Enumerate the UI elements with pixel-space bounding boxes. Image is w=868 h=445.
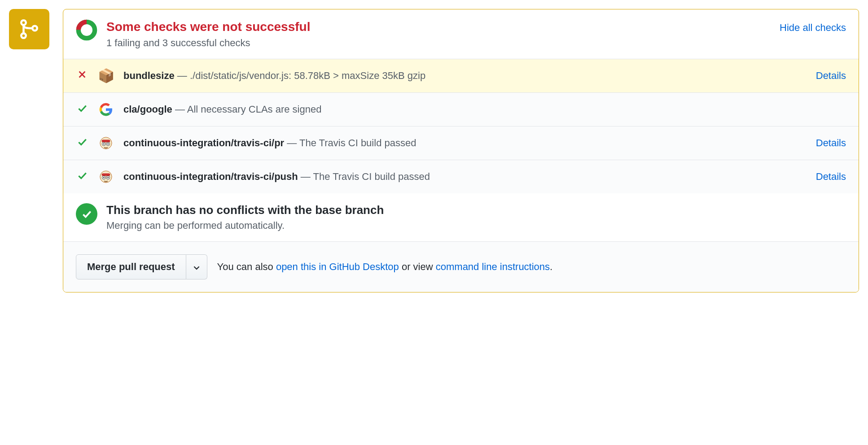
travis-icon <box>98 135 114 151</box>
checks-header: Some checks were not successful 1 failin… <box>63 9 859 59</box>
caret-down-icon <box>193 266 200 270</box>
merge-button[interactable]: Merge pull request <box>76 254 186 279</box>
merge-title: This branch has no conflicts with the ba… <box>106 203 384 217</box>
svg-point-13 <box>100 170 112 182</box>
check-status <box>76 70 88 82</box>
svg-point-1 <box>21 33 26 38</box>
check-text: bundlesize — ./dist/static/js/vendor.js:… <box>123 70 806 82</box>
google-icon <box>98 102 114 117</box>
git-merge-icon <box>18 18 40 40</box>
svg-point-0 <box>21 20 26 25</box>
check-text: cla/google — All necessary CLAs are sign… <box>123 104 846 115</box>
check-status <box>76 102 88 117</box>
cli-instructions-link[interactable]: command line instructions <box>436 261 550 272</box>
check-row: cla/google — All necessary CLAs are sign… <box>63 92 859 126</box>
donut-status-icon <box>76 19 97 41</box>
checks-list: 📦bundlesize — ./dist/static/js/vendor.js… <box>63 59 859 193</box>
check-text: continuous-integration/travis-ci/pr — Th… <box>123 137 806 149</box>
merge-subtitle: Merging can be performed automatically. <box>106 220 384 231</box>
merge-status: This branch has no conflicts with the ba… <box>63 193 859 241</box>
hint-text: or view <box>399 261 436 272</box>
svg-point-12 <box>107 143 109 144</box>
hint-text: . <box>550 261 552 272</box>
checks-title: Some checks were not successful <box>106 19 310 35</box>
svg-point-17 <box>103 177 105 178</box>
details-link[interactable]: Details <box>816 70 846 82</box>
checks-subtitle: 1 failing and 3 successful checks <box>106 37 310 49</box>
hint-text: You can also <box>217 261 276 272</box>
check-row: continuous-integration/travis-ci/pr — Th… <box>63 126 859 160</box>
svg-point-18 <box>107 177 109 178</box>
check-icon <box>76 170 88 184</box>
x-icon <box>77 70 87 82</box>
check-desc: All necessary CLAs are signed <box>187 104 322 115</box>
merge-button-group: Merge pull request <box>76 254 207 279</box>
check-status <box>76 170 88 184</box>
merge-badge <box>9 9 49 49</box>
travis-icon <box>98 169 114 184</box>
package-icon: 📦 <box>98 68 114 83</box>
svg-point-2 <box>32 26 37 31</box>
check-desc: The Travis CI build passed <box>313 171 430 182</box>
check-status <box>76 136 88 150</box>
check-name: continuous-integration/travis-ci/push <box>123 171 298 182</box>
merge-dropdown-button[interactable] <box>186 254 207 279</box>
svg-point-7 <box>100 137 112 148</box>
check-text: continuous-integration/travis-ci/push — … <box>123 171 806 183</box>
open-desktop-link[interactable]: open this in GitHub Desktop <box>276 261 399 272</box>
actions-bar: Merge pull request You can also open thi… <box>63 241 859 292</box>
check-name: cla/google <box>123 104 172 115</box>
svg-rect-8 <box>102 140 110 142</box>
svg-point-11 <box>103 143 105 144</box>
hide-checks-link[interactable]: Hide all checks <box>780 22 846 34</box>
check-icon <box>76 136 88 150</box>
checks-panel: Some checks were not successful 1 failin… <box>63 9 859 292</box>
details-link[interactable]: Details <box>816 171 846 183</box>
check-row: continuous-integration/travis-ci/push — … <box>63 160 859 193</box>
check-desc: The Travis CI build passed <box>299 137 416 148</box>
check-name: continuous-integration/travis-ci/pr <box>123 137 284 148</box>
check-row: 📦bundlesize — ./dist/static/js/vendor.js… <box>63 59 859 92</box>
check-icon <box>76 102 88 117</box>
svg-rect-14 <box>102 173 110 176</box>
success-check-icon <box>76 203 97 225</box>
merge-hint: You can also open this in GitHub Desktop… <box>217 261 553 273</box>
check-desc: ./dist/static/js/vendor.js: 58.78kB > ma… <box>190 70 425 81</box>
details-link[interactable]: Details <box>816 137 846 149</box>
check-name: bundlesize <box>123 70 175 81</box>
